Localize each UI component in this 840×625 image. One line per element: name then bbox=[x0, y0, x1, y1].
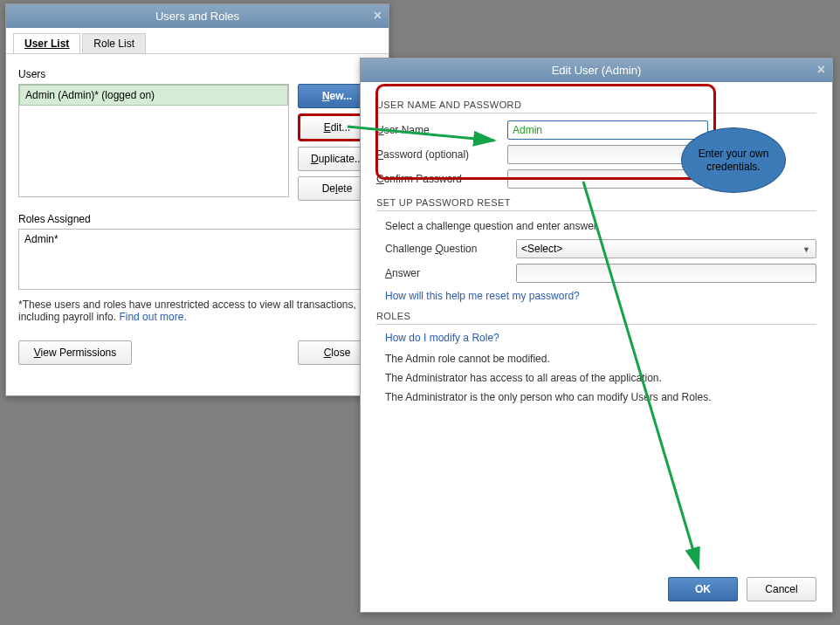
password-label: Password (optional) bbox=[376, 148, 507, 161]
user-name-input[interactable] bbox=[507, 120, 708, 140]
password-input[interactable] bbox=[507, 145, 708, 164]
answer-input[interactable] bbox=[516, 264, 816, 283]
users-label: Users bbox=[18, 68, 376, 80]
dialog-title: Edit User (Admin) bbox=[552, 64, 642, 77]
reset-help-link[interactable]: How will this help me reset my password? bbox=[385, 290, 580, 302]
tabs-row: User List Role List bbox=[6, 28, 389, 54]
dialog-header: Users and Roles × bbox=[6, 4, 389, 28]
challenge-question-label: Challenge Question bbox=[385, 243, 516, 255]
note-text: *These users and roles have unrestricted… bbox=[18, 299, 376, 323]
ok-button[interactable]: OK bbox=[668, 577, 738, 601]
modify-role-link[interactable]: How do I modify a Role? bbox=[385, 332, 499, 344]
list-item[interactable]: Admin (Admin)* (logged on) bbox=[19, 85, 288, 106]
close-icon[interactable]: × bbox=[374, 8, 382, 24]
close-icon[interactable]: × bbox=[817, 62, 825, 78]
dialog-header: Edit User (Admin) × bbox=[361, 58, 832, 82]
tab-role-list[interactable]: Role List bbox=[82, 33, 146, 53]
view-permissions-button[interactable]: View Permissions bbox=[18, 340, 132, 365]
section-roles: ROLES bbox=[376, 311, 816, 325]
users-roles-footer: View Permissions Close bbox=[6, 332, 389, 377]
roles-desc-3: The Administrator is the only person who… bbox=[385, 389, 816, 405]
list-item: Admin* bbox=[24, 233, 370, 245]
callout-bubble: Enter your own credentials. bbox=[681, 127, 786, 193]
challenge-question-select[interactable]: <Select> ▼ bbox=[516, 239, 816, 258]
roles-assigned-label: Roles Assigned bbox=[18, 213, 376, 225]
answer-label: Answer bbox=[385, 267, 516, 279]
users-and-roles-dialog: Users and Roles × User List Role List Us… bbox=[5, 3, 389, 396]
dialog-title: Users and Roles bbox=[155, 10, 239, 23]
users-roles-body: Users Admin (Admin)* (logged on) New... … bbox=[6, 54, 389, 332]
find-out-more-link[interactable]: Find out more. bbox=[119, 311, 186, 323]
confirm-password-input[interactable] bbox=[507, 169, 708, 189]
confirm-password-label: Confirm Password bbox=[376, 173, 507, 185]
users-row: Admin (Admin)* (logged on) New... Edit..… bbox=[18, 84, 376, 201]
reset-help-row: How will this help me reset my password? bbox=[385, 290, 816, 302]
roles-assigned-listbox[interactable]: Admin* bbox=[18, 229, 376, 290]
roles-desc-2: The Administrator has access to all area… bbox=[385, 370, 816, 386]
users-listbox[interactable]: Admin (Admin)* (logged on) bbox=[18, 84, 289, 197]
chevron-down-icon: ▼ bbox=[802, 245, 810, 254]
roles-desc-1: The Admin role cannot be modified. bbox=[385, 351, 816, 367]
section-password-reset: SET UP PASSWORD RESET bbox=[376, 197, 816, 211]
section-user-name-password: USER NAME AND PASSWORD bbox=[376, 100, 816, 113]
form-row-answer: Answer bbox=[385, 264, 816, 283]
tab-user-list[interactable]: User List bbox=[13, 33, 80, 53]
edit-user-footer: OK Cancel bbox=[361, 567, 832, 612]
roles-link-row: How do I modify a Role? bbox=[385, 332, 816, 344]
reset-instruction: Select a challenge question and enter an… bbox=[385, 218, 816, 234]
cancel-button[interactable]: Cancel bbox=[747, 577, 816, 601]
form-row-challenge: Challenge Question <Select> ▼ bbox=[385, 239, 816, 258]
user-name-label: User Name bbox=[376, 124, 507, 136]
